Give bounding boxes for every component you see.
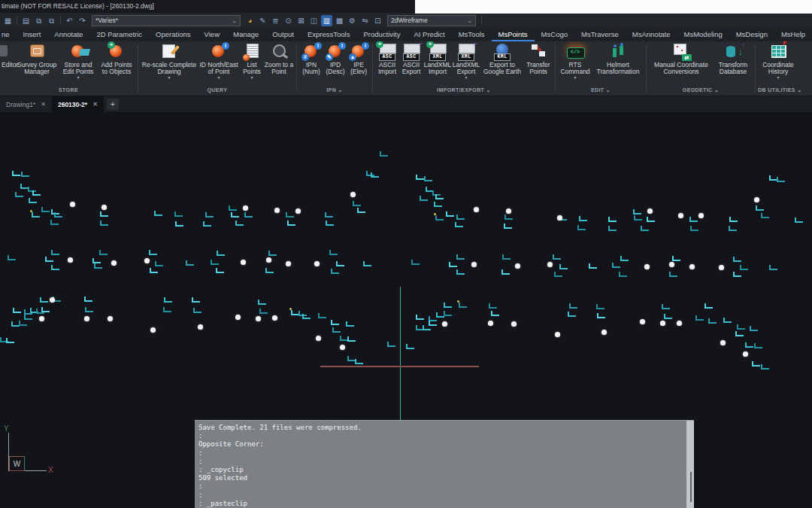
- ribbon-button-landxml-export[interactable]: XMLLandXML Export▾: [452, 43, 480, 80]
- ribbon-button-label: IPD (Desc): [323, 62, 347, 75]
- menu-item-msmodeling[interactable]: MsModeling: [677, 28, 729, 41]
- properties-combo[interactable]: *Varies* ⌄: [92, 15, 241, 26]
- menu-item-msdesign[interactable]: MsDesign: [729, 28, 774, 41]
- ribbon-button-helmert-transformation[interactable]: Helmert Transformation: [592, 43, 644, 80]
- point-label-marker: [287, 221, 295, 226]
- drawing-tab-drawing1-[interactable]: Drawing1*✕: [0, 96, 52, 112]
- layer-freeze-icon[interactable]: ⊠: [295, 15, 307, 26]
- point-label-marker: [186, 260, 194, 266]
- drawing-tab-260130-2-[interactable]: 260130-2*✕: [52, 96, 104, 112]
- ribbon-button-ipd-desc[interactable]: i✎IPD (Desc): [323, 43, 347, 80]
- match-properties-icon[interactable]: ◕: [244, 15, 256, 26]
- redo-icon[interactable]: ↷: [77, 15, 88, 26]
- menu-item-2d-parametric[interactable]: 2D Parametric: [89, 28, 149, 41]
- ribbon-button-ascii-import[interactable]: ASCASCII Import: [375, 43, 399, 80]
- ribbon-button-list-points[interactable]: List Points▾: [240, 43, 264, 80]
- ribbon-button-landxml-import[interactable]: XMLLandXML Import: [423, 43, 452, 80]
- ribbon-button-editor[interactable]: Editor: [2, 43, 15, 73]
- point-node: [488, 321, 493, 326]
- undo-icon[interactable]: ↶: [64, 15, 75, 26]
- ribbon-button-ascii-export[interactable]: ASCASCII Export: [399, 43, 423, 80]
- menu-item-mstools[interactable]: MsTools: [452, 28, 492, 41]
- paste-sheet-icon[interactable]: ⧉: [46, 15, 57, 26]
- scrollbar-thumb[interactable]: [690, 472, 692, 502]
- menu-item-mscogo[interactable]: MsCogo: [535, 28, 574, 41]
- layer-tools-icon[interactable]: ≣: [270, 15, 281, 26]
- window-icon[interactable]: ▦: [2, 15, 14, 26]
- ribbon-group-label[interactable]: IPN ⌄: [299, 86, 370, 96]
- command-window[interactable]: Save Complete. 21 files were compressed.…: [195, 420, 694, 508]
- command-line: :: [198, 491, 683, 500]
- drawing-canvas[interactable]: Y X W Save Complete. 21 files were compr…: [0, 112, 812, 508]
- ribbon-group-label[interactable]: GEODETIC ⌄: [649, 86, 753, 96]
- menu-item-operations[interactable]: Operations: [149, 28, 197, 41]
- ribbon-button-coordinate-history[interactable]: Coordinate History▾: [758, 43, 798, 80]
- layer-bulb-icon[interactable]: ⊙: [283, 15, 294, 26]
- menu-item-msannotate[interactable]: MsAnnotate: [626, 28, 677, 41]
- menu-item-mspoints[interactable]: MsPoints: [492, 28, 535, 41]
- manual-coordinate-conversions-icon: [671, 44, 692, 60]
- ribbon-group-geodetic: Manual Coordinate Conversions↑Transform …: [647, 41, 754, 96]
- command-line: : _pasteclip: [198, 500, 683, 508]
- ribbon-button-manual-coordinate-conversions[interactable]: Manual Coordinate Conversions: [649, 43, 714, 80]
- visual-style-combo[interactable]: 2dWireframe ⌄: [387, 15, 476, 26]
- menu-item-ne[interactable]: ne: [0, 28, 17, 41]
- viewport-icon[interactable]: ⊡: [372, 15, 383, 26]
- ribbon-group-label[interactable]: DB UTILITIES ⌄: [758, 86, 802, 96]
- point-node: [557, 215, 562, 221]
- hatch-icon[interactable]: ▩: [334, 15, 345, 26]
- menu-item-annotate[interactable]: Annotate: [47, 28, 89, 41]
- ribbon-button-transform-database[interactable]: ↑Transform Database: [714, 43, 753, 80]
- point-node: [647, 208, 653, 214]
- point-node: [660, 321, 665, 326]
- eyedropper-icon[interactable]: ✎: [257, 15, 268, 26]
- point-node: [698, 213, 704, 218]
- menu-item-productivity[interactable]: Productivity: [356, 28, 407, 41]
- ribbon-button-zoom-to-a-point[interactable]: Zoom to a Point: [264, 43, 294, 80]
- point-node: [677, 321, 682, 326]
- ribbon-button-id-north-east-of-point[interactable]: iID North/East of Point▾: [198, 43, 240, 80]
- dropdown-arrow-icon: ▾: [59, 75, 98, 80]
- close-icon[interactable]: ✕: [92, 101, 98, 108]
- point-node: [286, 261, 291, 266]
- menu-item-expresstools[interactable]: ExpressTools: [301, 28, 357, 41]
- ribbon-button-store-and-edit-points[interactable]: Store and Edit Points▾: [59, 43, 98, 80]
- point-label-marker: [13, 308, 21, 313]
- ribbon-button-ipe-elev[interactable]: i▲IPE (Elev): [347, 43, 370, 80]
- copy-sheet-icon[interactable]: ⧉: [33, 15, 44, 26]
- command-scrollbar[interactable]: [686, 421, 694, 508]
- point-label-marker: [689, 217, 698, 222]
- point-label-marker: [203, 221, 211, 227]
- ribbon-button-rts-command[interactable]: RTS Command▾: [558, 43, 592, 80]
- menu-item-mshelp[interactable]: MsHelp: [774, 28, 812, 41]
- point-label-marker: [6, 338, 14, 343]
- ribbon-button-ipn-num[interactable]: i#IPN (Num): [299, 43, 323, 80]
- menu-item-insert[interactable]: Insert: [17, 28, 48, 41]
- menu-item-view[interactable]: View: [198, 28, 226, 41]
- point-node: [108, 316, 113, 321]
- ribbon-group-label[interactable]: EDIT ⌄: [558, 86, 644, 96]
- file-preview-icon[interactable]: ▤: [20, 15, 32, 26]
- sliders-icon[interactable]: ⇋: [359, 15, 371, 26]
- ribbon-button-add-points-to-objects[interactable]: Add Points to Objects: [98, 43, 135, 80]
- ribbon-button-rescale-complete-drawing[interactable]: Re-scale Complete Drawing▾: [141, 43, 198, 80]
- menu-item-mstraverse[interactable]: MsTraverse: [574, 28, 626, 41]
- close-icon[interactable]: ✕: [41, 101, 46, 108]
- settings-gear-icon[interactable]: ⚙: [347, 15, 358, 26]
- ribbon-button-label: Export to Google Earth: [480, 62, 524, 75]
- point-label-marker: [231, 212, 239, 217]
- point-label-marker: [420, 196, 428, 201]
- drawing-tab-bar: Drawing1*✕260130-2*✕+: [0, 96, 812, 112]
- menu-item-ai-predict[interactable]: AI Predict: [408, 28, 452, 41]
- point-node: [754, 197, 759, 202]
- ribbon-button-export-to-google-earth[interactable]: KMLExport to Google Earth: [480, 43, 524, 80]
- new-tab-button[interactable]: +: [107, 99, 119, 110]
- menu-item-manage[interactable]: Manage: [226, 28, 265, 41]
- ribbon-group-label[interactable]: IMPORT/EXPORT ⌄: [375, 86, 553, 96]
- ribbon-button-transfer-points[interactable]: Transfer Points: [524, 43, 553, 80]
- panels-icon[interactable]: ▥: [321, 15, 332, 26]
- point-label-marker: [455, 222, 463, 227]
- point-label-marker: [795, 217, 803, 223]
- layer-isolate-icon[interactable]: ◫: [308, 15, 320, 26]
- menu-item-output[interactable]: Output: [265, 28, 301, 41]
